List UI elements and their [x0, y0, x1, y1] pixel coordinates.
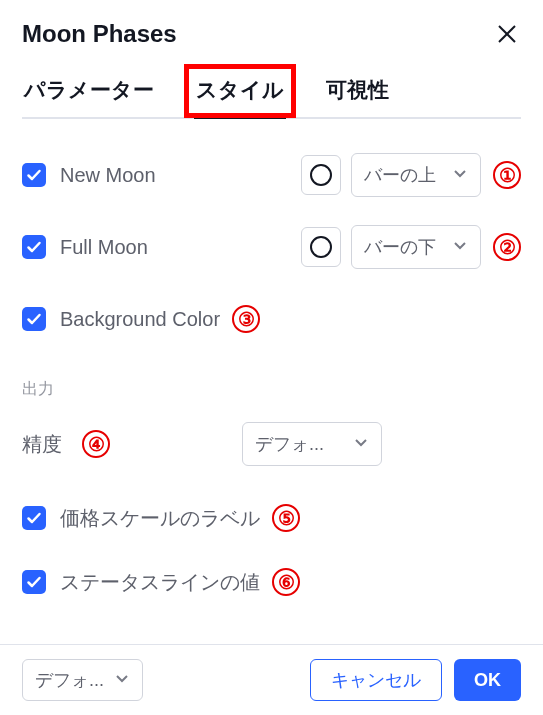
- tabs: パラメーター スタイル 可視性: [22, 70, 521, 119]
- dialog-title: Moon Phases: [22, 20, 177, 48]
- select-preset[interactable]: デフォ...: [22, 659, 143, 701]
- check-icon: [26, 311, 42, 327]
- circle-icon: [310, 236, 332, 258]
- label-price-scale: 価格スケールのラベル: [60, 505, 260, 532]
- chevron-down-icon: [353, 434, 369, 455]
- annotation-1: ①: [493, 161, 521, 189]
- select-value: バーの下: [364, 235, 436, 259]
- chevron-down-icon: [452, 237, 468, 258]
- checkbox-status-line[interactable]: [22, 570, 46, 594]
- select-value: デフォ...: [255, 432, 324, 456]
- chevron-down-icon: [452, 165, 468, 186]
- color-swatch-full-moon[interactable]: [301, 227, 341, 267]
- checkbox-bg-color[interactable]: [22, 307, 46, 331]
- precision-text: 精度: [22, 431, 62, 458]
- select-value: デフォ...: [35, 668, 104, 692]
- row-price-scale-label: 価格スケールのラベル ⑤: [22, 496, 521, 540]
- row-precision: 精度 ④ デフォ...: [22, 422, 521, 466]
- tab-visibility[interactable]: 可視性: [324, 70, 391, 117]
- row-new-moon: New Moon バーの上 ①: [22, 153, 521, 197]
- check-icon: [26, 510, 42, 526]
- label-full-moon: Full Moon: [60, 236, 301, 259]
- check-icon: [26, 239, 42, 255]
- select-full-moon-position[interactable]: バーの下: [351, 225, 481, 269]
- tab-style[interactable]: スタイル: [194, 70, 286, 119]
- check-icon: [26, 167, 42, 183]
- dialog-header: Moon Phases: [22, 20, 521, 48]
- label-precision: 精度 ④: [22, 430, 242, 458]
- ok-button[interactable]: OK: [454, 659, 521, 701]
- circle-icon: [310, 164, 332, 186]
- section-output: 出力: [22, 379, 521, 400]
- annotation-5: ⑤: [272, 504, 300, 532]
- checkbox-price-scale[interactable]: [22, 506, 46, 530]
- footer-left: デフォ...: [22, 659, 143, 701]
- checkbox-new-moon[interactable]: [22, 163, 46, 187]
- select-value: バーの上: [364, 163, 436, 187]
- label-bg-color: Background Color: [60, 308, 220, 331]
- row-status-line: ステータスラインの値 ⑥: [22, 560, 521, 604]
- close-button[interactable]: [493, 20, 521, 48]
- settings-dialog: Moon Phases パラメーター スタイル 可視性 New Moon バーの…: [0, 0, 543, 604]
- select-new-moon-position[interactable]: バーの上: [351, 153, 481, 197]
- close-icon: [495, 22, 519, 46]
- color-swatch-new-moon[interactable]: [301, 155, 341, 195]
- annotation-2: ②: [493, 233, 521, 261]
- tab-style-label: スタイル: [196, 78, 284, 101]
- row-full-moon: Full Moon バーの下 ②: [22, 225, 521, 269]
- select-precision[interactable]: デフォ...: [242, 422, 382, 466]
- annotation-3: ③: [232, 305, 260, 333]
- label-new-moon: New Moon: [60, 164, 301, 187]
- check-icon: [26, 574, 42, 590]
- annotation-4: ④: [82, 430, 110, 458]
- label-status-line: ステータスラインの値: [60, 569, 260, 596]
- cancel-button[interactable]: キャンセル: [310, 659, 442, 701]
- chevron-down-icon: [114, 670, 130, 691]
- row-bg-color: Background Color ③: [22, 297, 521, 341]
- footer-right: キャンセル OK: [310, 659, 521, 701]
- checkbox-full-moon[interactable]: [22, 235, 46, 259]
- tab-parameters[interactable]: パラメーター: [22, 70, 156, 117]
- dialog-footer: デフォ... キャンセル OK: [0, 644, 543, 715]
- annotation-6: ⑥: [272, 568, 300, 596]
